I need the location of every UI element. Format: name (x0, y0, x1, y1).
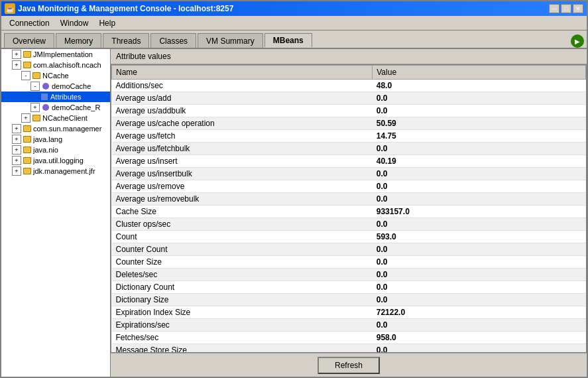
attr-table: Name Value Additions/sec48.0Average us/a… (111, 65, 586, 353)
close-button[interactable]: ✕ (573, 4, 583, 13)
tab-threads[interactable]: Threads (103, 33, 149, 48)
bottom-bar: Refresh (111, 353, 587, 377)
table-row[interactable]: Average us/insert40.19 (112, 155, 586, 168)
right-panel: Attribute values Name Value Additions/se… (111, 49, 587, 377)
table-row[interactable]: Fetches/sec958.0 (112, 332, 586, 344)
table-row[interactable]: Deletes/sec0.0 (112, 269, 586, 281)
tab-mbeans[interactable]: MBeans (265, 33, 312, 48)
menu-window[interactable]: Window (55, 17, 94, 29)
attr-name: Average us/fetch (112, 130, 373, 143)
attr-value: 40.19 (373, 155, 586, 168)
expand-democache[interactable]: - (30, 82, 40, 91)
attr-value: 0.0 (373, 193, 586, 206)
table-row[interactable]: Average us/add0.0 (112, 92, 586, 105)
menu-help[interactable]: Help (93, 17, 121, 29)
table-row[interactable]: Average us/cache operation50.59 (112, 117, 586, 130)
tree-item-com-sun[interactable]: + com.sun.managemer (1, 123, 110, 134)
folder-icon (23, 166, 32, 176)
expand-democache-r[interactable]: + (30, 103, 40, 112)
attr-panel-header: Attribute values (111, 49, 587, 64)
attr-name: Expirations/sec (112, 319, 373, 332)
folder-icon (32, 71, 41, 80)
expand-java-nio[interactable]: + (12, 145, 21, 155)
table-row[interactable]: Counter Size0.0 (112, 256, 586, 269)
tree-item-ncache[interactable]: - NCache (1, 70, 110, 81)
attr-value: 0.0 (373, 281, 586, 294)
table-row[interactable]: Average us/fetch14.75 (112, 130, 586, 143)
attr-value: 0.0 (373, 243, 586, 256)
attr-value: 958.0 (373, 332, 586, 344)
expand-com-alachisoft[interactable]: + (12, 60, 21, 70)
table-row[interactable]: Count593.0 (112, 231, 586, 243)
attr-name: Average us/insertbulk (112, 168, 373, 180)
tree-item-ncacheclient[interactable]: + NCacheClient (1, 113, 110, 123)
attr-value: 0.0 (373, 92, 586, 105)
tree-item-attributes[interactable]: Attributes (1, 92, 110, 102)
tree-item-java-lang[interactable]: + java.lang (1, 134, 110, 145)
attr-value: 0.0 (373, 256, 586, 269)
expand-ncache[interactable]: - (21, 71, 30, 80)
tree-item-java-nio[interactable]: + java.nio (1, 145, 110, 155)
col-header-name: Name (112, 66, 373, 80)
tab-classes[interactable]: Classes (150, 33, 196, 48)
attr-table-container[interactable]: Name Value Additions/sec48.0Average us/a… (111, 64, 587, 353)
tree-item-java-util-logging[interactable]: + java.util.logging (1, 155, 110, 166)
expand-ncacheclient[interactable]: + (21, 113, 30, 123)
maximize-button[interactable]: □ (561, 4, 571, 13)
table-row[interactable]: Average us/removebulk0.0 (112, 193, 586, 206)
refresh-button[interactable]: Refresh (318, 357, 380, 374)
attr-name: Average us/cache operation (112, 117, 373, 130)
expand-jmimplementation[interactable]: + (12, 50, 21, 59)
table-row[interactable]: Average us/addbulk0.0 (112, 105, 586, 117)
expand-jdk-management-jfr[interactable]: + (12, 166, 21, 176)
expand-com-sun[interactable]: + (12, 124, 21, 133)
attr-name: Average us/removebulk (112, 193, 373, 206)
attr-name: Average us/remove (112, 180, 373, 193)
attr-value: 0.0 (373, 218, 586, 231)
title-bar: ☕ Java Monitoring & Management Console -… (1, 1, 587, 16)
attr-value: 0.0 (373, 344, 586, 353)
attr-value: 0.0 (373, 168, 586, 180)
attr-value: 0.0 (373, 143, 586, 155)
tab-memory[interactable]: Memory (56, 33, 101, 48)
minimize-button[interactable]: — (549, 4, 559, 13)
tree-item-com-alachisoft[interactable]: + com.alachisoft.ncach (1, 60, 110, 70)
folder-icon (23, 60, 32, 70)
tree-item-democache[interactable]: - demoCache (1, 81, 110, 92)
table-row[interactable]: Expirations/sec0.0 (112, 319, 586, 332)
attr-name: Fetches/sec (112, 332, 373, 344)
attr-value: 0.0 (373, 180, 586, 193)
folder-icon (32, 113, 41, 123)
tree-item-jmimplementation[interactable]: + JMImplementation (1, 49, 110, 60)
menu-connection[interactable]: Connection (4, 17, 55, 29)
expand-java-lang[interactable]: + (12, 135, 21, 144)
connection-indicator: ▶ (571, 34, 584, 48)
tab-vmsummary[interactable]: VM Summary (198, 33, 263, 48)
table-row[interactable]: Cluster ops/sec0.0 (112, 218, 586, 231)
table-row[interactable]: Dictionary Count0.0 (112, 281, 586, 294)
table-row[interactable]: Average us/insertbulk0.0 (112, 168, 586, 180)
window-title: Java Monitoring & Management Console - l… (18, 4, 546, 13)
attr-name: Cache Size (112, 206, 373, 218)
table-row[interactable]: Average us/fetchbulk0.0 (112, 143, 586, 155)
menu-bar: Connection Window Help (1, 16, 587, 31)
tree-item-jdk-management-jfr[interactable]: + jdk.management.jfr (1, 166, 110, 176)
table-row[interactable]: Additions/sec48.0 (112, 80, 586, 92)
attr-value: 14.75 (373, 130, 586, 143)
table-row[interactable]: Dictionary Size0.0 (112, 294, 586, 306)
attr-name: Cluster ops/sec (112, 218, 373, 231)
attr-name: Average us/insert (112, 155, 373, 168)
table-row[interactable]: Cache Size933157.0 (112, 206, 586, 218)
table-row[interactable]: Message Store Size0.0 (112, 344, 586, 353)
attr-name: Counter Count (112, 243, 373, 256)
attr-name: Count (112, 231, 373, 243)
folder-icon (23, 135, 32, 144)
expand-java-util-logging[interactable]: + (12, 156, 21, 165)
attr-name: Message Store Size (112, 344, 373, 353)
attr-value: 50.59 (373, 117, 586, 130)
table-row[interactable]: Counter Count0.0 (112, 243, 586, 256)
table-row[interactable]: Expiration Index Size72122.0 (112, 306, 586, 319)
tree-item-democache-r[interactable]: + demoCache_R (1, 102, 110, 113)
tab-overview[interactable]: Overview (4, 33, 54, 48)
table-row[interactable]: Average us/remove0.0 (112, 180, 586, 193)
